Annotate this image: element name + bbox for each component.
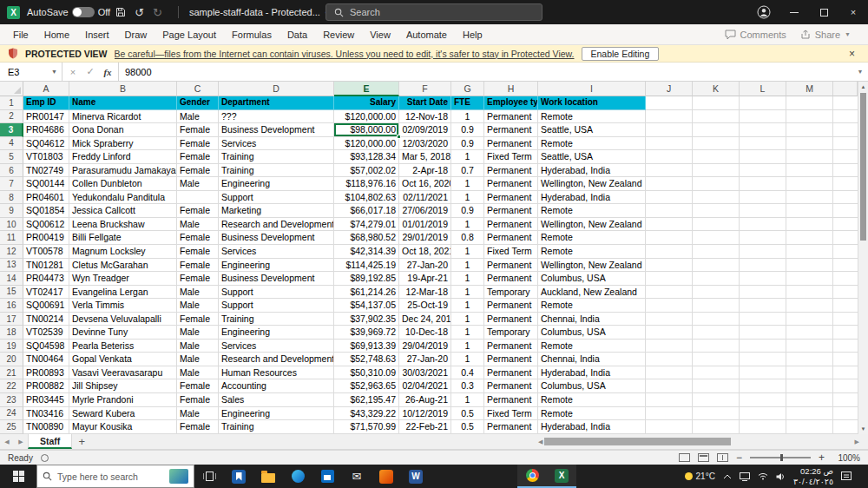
column-header-J[interactable]: J (646, 82, 693, 96)
cell[interactable]: 27-Jan-20 (399, 259, 451, 273)
cell[interactable]: ??? (219, 110, 334, 124)
cell[interactable]: PR00419 (23, 231, 69, 245)
column-header-D[interactable]: D (219, 82, 334, 96)
zoom-out-icon[interactable]: − (736, 452, 742, 464)
cell[interactable] (740, 272, 786, 286)
cell[interactable] (833, 313, 858, 326)
cell[interactable] (740, 110, 786, 124)
cell[interactable]: Female (177, 313, 219, 326)
cell[interactable]: VT02539 (23, 326, 69, 340)
cell[interactable] (786, 379, 833, 393)
excel-taskbar-icon[interactable]: X (547, 465, 576, 488)
cell[interactable] (786, 326, 833, 340)
row-header-11[interactable]: 11 (0, 231, 23, 245)
cell[interactable]: $52,748.63 (334, 353, 399, 366)
cell[interactable]: Training (219, 420, 334, 434)
cell[interactable] (693, 204, 740, 218)
cell[interactable] (740, 137, 786, 151)
cell[interactable] (833, 177, 858, 191)
cell[interactable]: 0.5 (451, 407, 484, 421)
cell[interactable] (786, 177, 833, 191)
cell[interactable]: $74,279.01 (334, 218, 399, 232)
cell[interactable]: Remote (538, 340, 646, 353)
cell[interactable]: Services (219, 137, 334, 151)
row-header-15[interactable]: 15 (0, 286, 23, 300)
cell[interactable]: Permanent (484, 272, 538, 286)
cell[interactable]: Auckland, New Zealand (538, 286, 646, 300)
cell[interactable]: Wellington, New Zealand (538, 177, 646, 191)
cell[interactable]: Training (219, 164, 334, 178)
row-header-6[interactable]: 6 (0, 164, 23, 178)
cell[interactable]: Permanent (484, 218, 538, 232)
undo-icon[interactable]: ↺ (135, 7, 144, 18)
cell[interactable]: 2-Apr-18 (399, 164, 451, 178)
cell[interactable]: 1 (451, 191, 484, 205)
cell[interactable]: 0.4 (451, 366, 484, 380)
cell[interactable]: Devsena Veluvalapalli (69, 313, 177, 326)
cell[interactable]: Permanent (484, 299, 538, 313)
cell[interactable]: Mar 5, 2018 (399, 150, 451, 164)
ribbon-tab-home[interactable]: Home (36, 24, 77, 45)
horizontal-scrollbar[interactable]: ◀ ▶ (538, 434, 868, 449)
ribbon-tab-page-layout[interactable]: Page Layout (155, 24, 224, 45)
column-header-G[interactable]: G (451, 82, 484, 96)
cell[interactable] (646, 123, 693, 137)
cell[interactable]: $43,329.22 (334, 407, 399, 421)
cell[interactable]: Permanent (484, 123, 538, 137)
cell[interactable] (833, 150, 858, 164)
cell[interactable]: Marketing (219, 204, 334, 218)
cell[interactable]: $71,570.99 (334, 420, 399, 434)
cell[interactable]: PR00882 (23, 379, 69, 393)
store-icon[interactable] (312, 465, 342, 488)
cell[interactable]: Jessica Callcott (69, 204, 177, 218)
cell[interactable]: Remote (538, 137, 646, 151)
cell[interactable] (646, 96, 693, 110)
enter-icon[interactable]: ✓ (82, 66, 99, 77)
row-header-5[interactable]: 5 (0, 150, 23, 164)
cell[interactable] (646, 218, 693, 232)
vertical-scroll-track[interactable] (858, 92, 868, 424)
cell[interactable]: Business Development (219, 272, 334, 286)
cell[interactable] (740, 326, 786, 340)
cell[interactable]: SQ00691 (23, 299, 69, 313)
insert-function-icon[interactable]: fx (99, 67, 116, 77)
cell[interactable]: Chennai, India (538, 353, 646, 366)
table-header-cell[interactable]: Salary (334, 96, 399, 110)
cell[interactable] (693, 177, 740, 191)
cell[interactable]: $69,913.39 (334, 340, 399, 353)
ribbon-tab-review[interactable]: Review (315, 24, 362, 45)
cell[interactable]: Male (177, 353, 219, 366)
cell[interactable] (646, 340, 693, 353)
cell[interactable]: Wyn Treadger (69, 272, 177, 286)
cell[interactable]: TN01281 (23, 259, 69, 273)
cell[interactable]: 1 (451, 393, 484, 407)
cell[interactable]: Female (177, 259, 219, 273)
close-button[interactable]: × (838, 0, 868, 24)
cell[interactable] (740, 259, 786, 273)
column-header-C[interactable]: C (177, 82, 219, 96)
cell[interactable] (740, 245, 786, 259)
mail-icon[interactable]: ✉ (342, 465, 372, 488)
cell[interactable]: $62,195.47 (334, 393, 399, 407)
minimize-button[interactable] (779, 0, 809, 24)
column-header-L[interactable]: L (740, 82, 786, 96)
task-view-button[interactable] (194, 465, 224, 488)
cell[interactable]: Support (219, 286, 334, 300)
cell[interactable]: PR03445 (23, 393, 69, 407)
cell[interactable] (786, 218, 833, 232)
cell[interactable]: Permanent (484, 191, 538, 205)
cell[interactable]: 12-Mar-18 (399, 286, 451, 300)
cell[interactable] (693, 259, 740, 273)
save-icon[interactable] (115, 7, 126, 17)
cell[interactable] (693, 299, 740, 313)
cell[interactable]: 29/04/2019 (399, 340, 451, 353)
cell[interactable]: 1 (451, 299, 484, 313)
cell[interactable]: Female (177, 245, 219, 259)
cell[interactable]: 29/01/2019 (399, 231, 451, 245)
cell[interactable] (786, 204, 833, 218)
cell[interactable]: 0.7 (451, 164, 484, 178)
cell[interactable] (740, 191, 786, 205)
cell[interactable]: 1 (451, 272, 484, 286)
cell[interactable]: 19-Apr-21 (399, 272, 451, 286)
cell[interactable]: 30/03/2021 (399, 366, 451, 380)
